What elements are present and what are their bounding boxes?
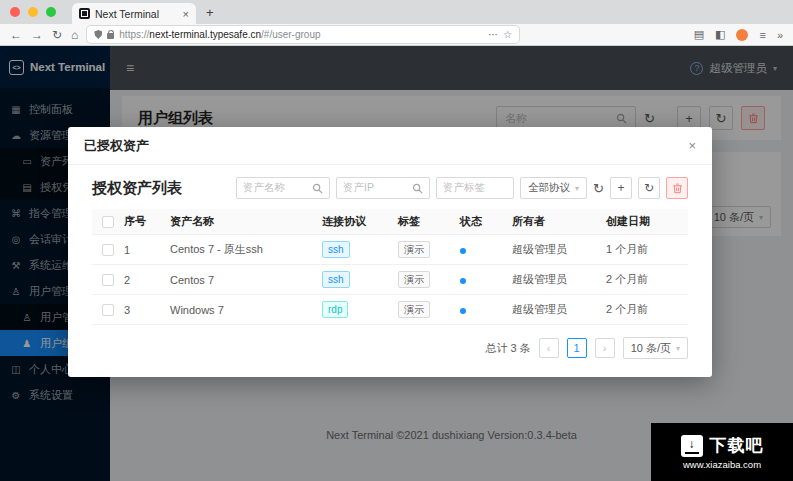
watermark-title: 下载吧 bbox=[710, 434, 764, 457]
owner: 超级管理员 bbox=[512, 302, 606, 317]
download-icon: ↓ bbox=[681, 435, 703, 457]
menu-icon[interactable]: ≡ bbox=[759, 29, 765, 41]
asset-name-placeholder: 资产名称 bbox=[243, 181, 308, 195]
protocol-tag: rdp bbox=[322, 301, 348, 318]
home-icon[interactable]: ⌂ bbox=[71, 29, 78, 41]
asset-tag-placeholder: 资产标签 bbox=[443, 181, 507, 195]
chevron-down-icon: ▾ bbox=[676, 344, 680, 353]
add-asset-button[interactable]: + bbox=[610, 177, 632, 199]
select-all-checkbox[interactable] bbox=[102, 216, 114, 228]
window-controls bbox=[10, 7, 56, 17]
url-bar[interactable]: https://next-terminal.typesafe.cn/#/user… bbox=[87, 26, 519, 43]
column-header: 标签 bbox=[398, 214, 460, 229]
search-icon[interactable] bbox=[312, 183, 323, 194]
protocol-tag: ssh bbox=[322, 241, 350, 258]
modal-toolbar: 授权资产列表 资产名称 资产IP 资产标签 全部协议 ▾ ↻ + bbox=[92, 177, 688, 199]
page-1-button[interactable]: 1 bbox=[567, 338, 587, 358]
url-scheme: https:// bbox=[119, 29, 149, 40]
sync-icon[interactable]: ↻ bbox=[593, 182, 604, 195]
asset-filters: 资产名称 资产IP 资产标签 全部协议 ▾ ↻ + ↻ bbox=[236, 177, 688, 199]
column-header: 状态 bbox=[460, 214, 512, 229]
chevron-down-icon: ▾ bbox=[575, 184, 579, 193]
url-host: next-terminal.typesafe.cn bbox=[149, 29, 261, 40]
window-minimize-button[interactable] bbox=[28, 7, 38, 17]
row-number: 2 bbox=[124, 274, 170, 286]
row-number: 3 bbox=[124, 304, 170, 316]
row-checkbox[interactable] bbox=[102, 244, 114, 256]
prev-page-button[interactable]: ‹ bbox=[539, 338, 559, 358]
sidebar-toggle-icon[interactable]: ◧ bbox=[715, 28, 725, 41]
status-dot bbox=[460, 278, 466, 284]
refresh-button[interactable]: ↻ bbox=[638, 177, 660, 199]
status-dot bbox=[460, 308, 466, 314]
asset-name: Centos 7 - 原生ssh bbox=[170, 242, 322, 257]
window-zoom-button[interactable] bbox=[46, 7, 56, 17]
browser-tab[interactable]: Next Terminal × bbox=[72, 3, 196, 24]
pagination: 总计 3 条 ‹ 1 › 10 条/页 ▾ bbox=[92, 337, 688, 359]
table-header: 序号 资产名称 连接协议 标签 状态 所有者 创建日期 bbox=[92, 209, 688, 235]
column-header: 序号 bbox=[124, 214, 170, 229]
page-size-value: 10 条/页 bbox=[631, 341, 671, 356]
trash-icon bbox=[672, 183, 683, 194]
page-actions-icon[interactable]: ⋯ bbox=[488, 29, 498, 40]
asset-name-input[interactable]: 资产名称 bbox=[236, 177, 330, 199]
label-tag: 演示 bbox=[398, 301, 430, 318]
modal-header: 已授权资产 × bbox=[68, 127, 712, 165]
table-row: 3Windows 7rdp演示超级管理员2 个月前 bbox=[92, 295, 688, 325]
tab-close-icon[interactable]: × bbox=[183, 8, 189, 20]
protocol-tag: ssh bbox=[322, 271, 350, 288]
column-header: 资产名称 bbox=[170, 214, 322, 229]
bookmark-star-icon[interactable]: ☆ bbox=[503, 29, 512, 40]
modal-table-body: 1Centos 7 - 原生sshssh演示超级管理员1 个月前2Centos … bbox=[92, 235, 688, 325]
xiazaiba-watermark: ↓ 下载吧 www.xiazaiba.com bbox=[651, 423, 793, 481]
created-date: 1 个月前 bbox=[606, 242, 688, 257]
table-row: 2Centos 7ssh演示超级管理员2 个月前 bbox=[92, 265, 688, 295]
reload-icon[interactable]: ↻ bbox=[52, 29, 62, 41]
forward-icon[interactable]: → bbox=[31, 29, 43, 41]
lock-icon[interactable] bbox=[107, 33, 114, 39]
owner: 超级管理员 bbox=[512, 272, 606, 287]
modal-title: 已授权资产 bbox=[84, 137, 149, 155]
column-header: 创建日期 bbox=[606, 214, 688, 229]
row-checkbox[interactable] bbox=[102, 274, 114, 286]
status-dot bbox=[460, 248, 466, 254]
protocol-select-value: 全部协议 bbox=[528, 181, 570, 195]
tracking-shield-icon[interactable] bbox=[94, 30, 102, 39]
tab-title: Next Terminal bbox=[95, 8, 178, 20]
watermark-url: www.xiazaiba.com bbox=[683, 459, 761, 470]
close-icon[interactable]: × bbox=[688, 138, 696, 153]
page-size-select[interactable]: 10 条/页 ▾ bbox=[623, 337, 688, 359]
protocol-select[interactable]: 全部协议 ▾ bbox=[520, 177, 587, 199]
asset-tag-input[interactable]: 资产标签 bbox=[436, 177, 514, 199]
library-icon[interactable]: ▤ bbox=[694, 28, 704, 41]
overflow-icon[interactable]: » bbox=[777, 29, 783, 41]
window-close-button[interactable] bbox=[10, 7, 20, 17]
new-tab-button[interactable]: + bbox=[206, 5, 214, 20]
row-checkbox[interactable] bbox=[102, 304, 114, 316]
url-text: https://next-terminal.typesafe.cn/#/user… bbox=[119, 29, 483, 40]
label-tag: 演示 bbox=[398, 241, 430, 258]
url-path: /#/user-group bbox=[261, 29, 320, 40]
account-avatar[interactable] bbox=[736, 29, 748, 41]
created-date: 2 个月前 bbox=[606, 302, 688, 317]
section-title: 授权资产列表 bbox=[92, 179, 182, 198]
created-date: 2 个月前 bbox=[606, 272, 688, 287]
row-number: 1 bbox=[124, 244, 170, 256]
column-header: 所有者 bbox=[512, 214, 606, 229]
authorized-assets-modal: 已授权资产 × 授权资产列表 资产名称 资产IP 资产标签 全部协议 ▾ bbox=[68, 127, 712, 377]
browser-tab-strip: Next Terminal × + bbox=[0, 0, 793, 24]
asset-ip-placeholder: 资产IP bbox=[343, 181, 408, 195]
column-header: 连接协议 bbox=[322, 214, 398, 229]
toolbar-right-icons: ▤ ◧ ≡ » bbox=[694, 28, 783, 41]
search-icon[interactable] bbox=[412, 183, 423, 194]
modal-body: 授权资产列表 资产名称 资产IP 资产标签 全部协议 ▾ ↻ + bbox=[68, 165, 712, 377]
asset-ip-input[interactable]: 资产IP bbox=[336, 177, 430, 199]
owner: 超级管理员 bbox=[512, 242, 606, 257]
tab-favicon-icon bbox=[79, 8, 90, 19]
remove-asset-button[interactable] bbox=[666, 177, 688, 199]
label-tag: 演示 bbox=[398, 271, 430, 288]
back-icon[interactable]: ← bbox=[10, 29, 22, 41]
browser-toolbar: ← → ↻ ⌂ https://next-terminal.typesafe.c… bbox=[0, 24, 793, 46]
next-page-button[interactable]: › bbox=[595, 338, 615, 358]
pagination-total: 总计 3 条 bbox=[485, 341, 530, 356]
